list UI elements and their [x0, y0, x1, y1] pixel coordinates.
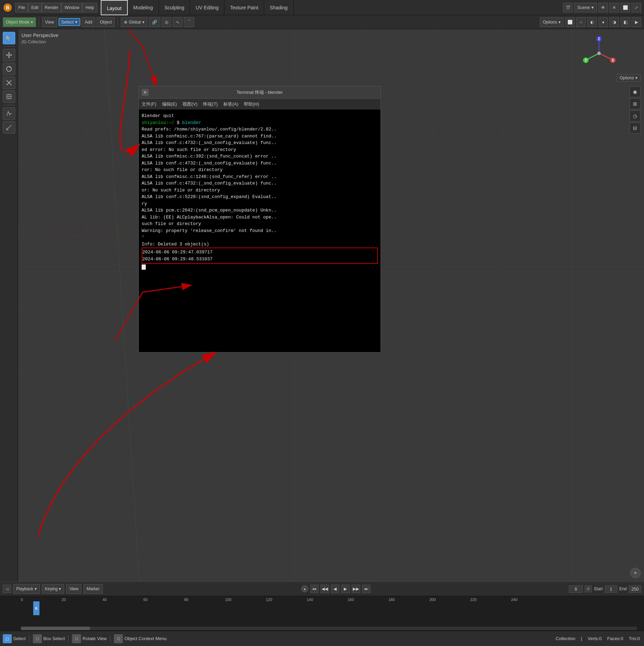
transform-tool[interactable] — [3, 90, 15, 103]
playback-menu[interactable]: Playback ▾ — [13, 584, 40, 594]
view-btn[interactable]: View — [42, 17, 57, 27]
status-boxselect-label: Box Select — [43, 636, 65, 641]
svg-line-44 — [587, 53, 599, 60]
timeline-scrollbar-thumb[interactable] — [21, 627, 90, 630]
timeline-scrollbar[interactable] — [21, 627, 637, 630]
timer-btn[interactable]: ⏱ — [585, 585, 592, 592]
viewport-shading2-btn[interactable]: ◐ — [587, 17, 597, 27]
keying-menu[interactable]: Keying ▾ — [42, 584, 64, 594]
viewport-options-btn[interactable]: Options ▾ — [617, 74, 641, 82]
view-camera-btn[interactable]: + — [630, 568, 641, 578]
viewport-shading3-btn[interactable]: ● — [598, 17, 608, 27]
terminal-line-16: such file or directory — [142, 221, 378, 227]
current-frame-display[interactable]: 6 — [569, 585, 583, 593]
falloff2-btn[interactable]: ⌒ — [184, 17, 194, 27]
terminal-title: Terminal 终端 - blender — [236, 89, 283, 96]
prev-frame-btn[interactable]: ◀ — [331, 585, 339, 593]
viewport-shading-btn[interactable]: ○ — [576, 17, 586, 27]
tab-modeling[interactable]: Modeling — [128, 0, 159, 15]
terminal-menu-terminal[interactable]: 终端(T) — [203, 101, 218, 107]
status-select-item: ◻ Select — [3, 634, 26, 643]
start-frame-display[interactable]: 1 — [605, 585, 617, 593]
terminal-close-btn[interactable]: ✕ — [142, 89, 149, 96]
keying-label: Keying — [45, 586, 58, 591]
frame-num-180: 180 — [388, 598, 395, 602]
view-menu-bottom[interactable]: View — [66, 584, 81, 594]
next-frame-btn[interactable]: ▶▶ — [352, 585, 360, 593]
proportional-btn[interactable]: ◎ — [162, 17, 171, 27]
select-btn[interactable]: Select ▾ — [59, 18, 80, 26]
fullscreen-btn[interactable]: ⤢ — [632, 3, 641, 12]
side-panel-btn[interactable]: ▶ — [632, 17, 641, 27]
add-btn[interactable]: Add — [82, 17, 95, 27]
play-btn[interactable]: ▶ — [341, 585, 350, 593]
edit-menu[interactable]: Edit — [28, 3, 42, 12]
status-context-label: Object Context Menu — [124, 636, 167, 641]
record-btn[interactable]: ● — [301, 585, 308, 592]
help-menu[interactable]: Help — [82, 3, 97, 12]
proportional-icon: ◎ — [165, 20, 168, 25]
move-tool[interactable] — [3, 49, 15, 61]
viewport-icon-2[interactable]: ⊞ — [629, 98, 641, 109]
skip-first-btn[interactable]: ⏮ — [310, 585, 319, 593]
frame-num-120: 120 — [266, 598, 272, 602]
viewport-shading4-btn[interactable]: ◑ — [609, 17, 619, 27]
marker-menu[interactable]: Marker — [83, 584, 102, 594]
tab-layout[interactable]: Layout — [101, 0, 128, 15]
view-options-btn[interactable]: ⬜ — [620, 3, 630, 12]
view-layer-btn[interactable]: 👁 — [598, 3, 608, 12]
viewport-icon-4[interactable]: ⊟ — [629, 123, 641, 134]
svg-marker-5 — [8, 52, 10, 53]
scene-select-btn[interactable]: 🎬 — [563, 3, 573, 12]
select-tool[interactable] — [3, 32, 15, 44]
file-menu[interactable]: File — [15, 3, 28, 12]
tab-sculpting[interactable]: Sculpting — [159, 0, 190, 15]
timeline-nav-left[interactable]: ◁ — [3, 585, 11, 593]
terminal-line-13: ry — [142, 200, 378, 207]
end-frame-display[interactable]: 250 — [629, 585, 641, 593]
tab-shading[interactable]: Shading — [264, 0, 293, 15]
terminal-menu-edit[interactable]: 编辑(E) — [162, 101, 177, 107]
status-rotate-label: Rotate View — [82, 636, 107, 641]
rotate-tool[interactable] — [3, 63, 15, 75]
terminal-menu-tabs[interactable]: 标签(A) — [223, 101, 238, 107]
view-select-btn[interactable]: ◧ — [620, 17, 630, 27]
viewport-gizmo[interactable]: Z X Y — [582, 36, 616, 71]
tab-texture-paint[interactable]: Texture Paint — [224, 0, 264, 15]
options-chevron: ▾ — [635, 75, 637, 80]
transform-global-btn[interactable]: ⊕ Global ▾ — [121, 17, 147, 27]
terminal-titlebar-left: ✕ — [142, 89, 149, 96]
current-frame-marker[interactable]: 6 — [33, 601, 39, 615]
terminal-timestamp-1: 2024-06-06 09:29:47.039717 — [142, 249, 377, 256]
close-btn[interactable]: ✕ — [609, 3, 619, 12]
measure-tool[interactable] — [3, 121, 15, 134]
svg-line-41 — [599, 53, 612, 60]
render-menu[interactable]: Render — [42, 3, 61, 12]
terminal-menu-view[interactable]: 视图(V) — [182, 101, 197, 107]
object-mode-btn[interactable]: Object Mode ▾ — [3, 17, 36, 27]
terminal-line-4: ALSA lib conf.c:4732:(_snd_config_evalua… — [142, 140, 378, 146]
scale-tool[interactable] — [3, 77, 15, 89]
terminal-line-12: ALSA lib conf.c:5220:(snd_config_expand)… — [142, 194, 378, 200]
skip-last-btn[interactable]: ⏭ — [362, 585, 370, 593]
viewport-overlay-btn[interactable]: ⬜ — [565, 17, 575, 27]
viewport-icon-3[interactable]: ◷ — [629, 110, 641, 122]
timeline-track-area[interactable]: 0 20 40 60 80 100 120 140 160 180 200 22… — [0, 596, 644, 631]
annotate-tool[interactable] — [3, 107, 15, 120]
scene-selector[interactable]: Scene ▾ — [574, 3, 597, 12]
falloff2-icon: ⌒ — [187, 19, 191, 25]
object-btn[interactable]: Object — [97, 17, 115, 27]
prev-keyframe-btn[interactable]: ◀◀ — [321, 585, 329, 593]
terminal-menu-file[interactable]: 文件(F) — [142, 101, 156, 107]
svg-point-9 — [7, 66, 11, 71]
window-menu[interactable]: Window — [61, 3, 82, 12]
falloff-btn[interactable]: ∿ — [173, 17, 182, 27]
snap-btn[interactable]: 🔗 — [149, 17, 160, 27]
perspective-label: User Perspective — [21, 33, 59, 38]
terminal-menu-help[interactable]: 帮助(H) — [244, 101, 259, 107]
terminal-cursor-line — [142, 264, 378, 271]
options-right-btn[interactable]: Options ▾ — [540, 17, 564, 27]
tab-uv-editing[interactable]: UV Editing — [190, 0, 224, 15]
viewport-icon-1[interactable]: ◉ — [629, 86, 641, 97]
terminal-line-5: ed error: No such file or directory — [142, 146, 378, 153]
